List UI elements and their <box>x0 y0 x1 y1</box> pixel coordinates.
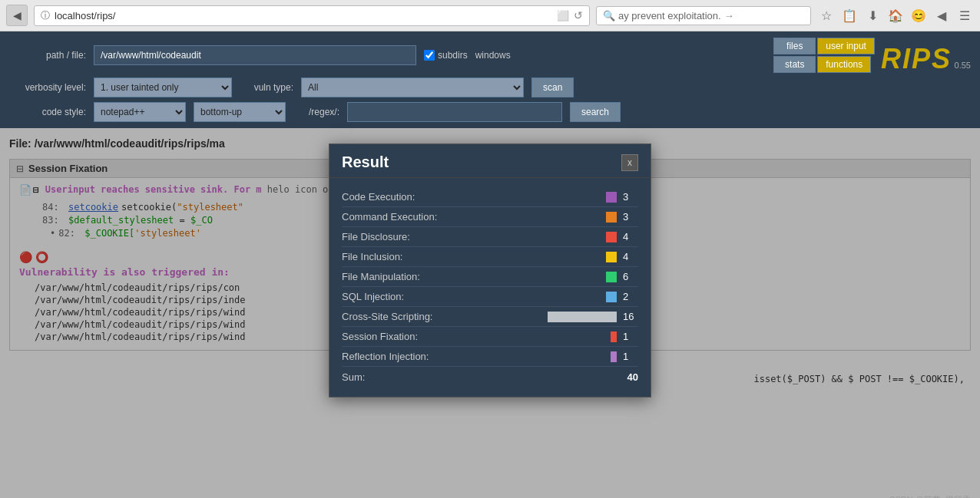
result-modal: Result x Code Execution: 3 Command Execu… <box>329 143 651 397</box>
file-inclusion-bar: 4 <box>606 251 638 262</box>
result-row-xss: Cross-Site Scripting: 16 <box>342 307 638 327</box>
sql-injection-bar: 2 <box>606 291 638 302</box>
reflection-injection-count: 1 <box>623 351 638 362</box>
code-style-label: code style: <box>9 107 86 117</box>
toolbar-row-2: verbosity level: 1. user tainted only 2.… <box>9 78 971 97</box>
command-execution-bar: 3 <box>606 211 638 223</box>
result-row-session-fixation: Session Fixation: 1 <box>342 327 638 347</box>
logo-block: RIPS 0.55 <box>881 45 971 73</box>
file-disclosure-label: File Disclosure: <box>342 231 606 242</box>
modal-overlay: Result x Code Execution: 3 Command Execu… <box>0 128 980 498</box>
browser-chrome: ◀ ⓘ localhost/rips/ ⬜ ↺ 🔍 ay prevent exp… <box>0 0 980 31</box>
file-manipulation-dot <box>606 272 617 282</box>
menu-icon[interactable]: ☰ <box>955 6 974 25</box>
bottom-btn-row: stats functions <box>773 56 875 73</box>
subdirs-label: subdirs <box>438 50 468 61</box>
top-btn-row: files user input <box>773 38 875 54</box>
file-manipulation-label: File Manipulation: <box>342 271 606 282</box>
sql-injection-count: 2 <box>623 291 638 302</box>
file-disclosure-count: 4 <box>623 231 638 242</box>
address-bar: ⓘ localhost/rips/ ⬜ ↺ <box>34 5 590 26</box>
code-execution-dot <box>606 192 617 203</box>
session-fixation-bar: 1 <box>611 331 638 342</box>
result-row-reflection-injection: Reflection Injection: 1 <box>342 347 638 367</box>
file-inclusion-dot <box>606 252 617 262</box>
search-icon: 🔍 <box>603 10 615 21</box>
xss-bar-block <box>548 312 617 322</box>
modal-body: Code Execution: 3 Command Execution: 3 F… <box>329 178 651 397</box>
toolbar-row-1: path / file: subdirs windows files user … <box>9 38 971 73</box>
verbosity-label: verbosity level: <box>9 82 86 93</box>
code-execution-count: 3 <box>623 191 638 203</box>
command-execution-count: 3 <box>623 211 638 223</box>
search-text: ay prevent exploitation. <box>618 10 721 21</box>
code-style-select[interactable]: notepad++ eclipse <box>94 102 186 122</box>
browser-search-bar: 🔍 ay prevent exploitation. → <box>596 6 811 25</box>
session-fixation-dot <box>611 331 617 342</box>
file-disclosure-dot <box>606 232 617 242</box>
reflection-injection-dot <box>611 351 617 362</box>
browser-icons: ☆ 📋 ⬇ 🏠 😊 ◀ ☰ <box>817 6 974 25</box>
modal-close-button[interactable]: x <box>621 154 638 171</box>
reload-icon[interactable]: ↺ <box>574 9 583 21</box>
file-manipulation-bar: 6 <box>606 271 638 282</box>
result-row-file-inclusion: File Inclusion: 4 <box>342 247 638 267</box>
functions-button[interactable]: functions <box>817 56 871 73</box>
file-disclosure-bar: 4 <box>606 231 638 242</box>
result-row-sql-injection: SQL Injection: 2 <box>342 287 638 307</box>
sum-label: Sum: <box>342 371 627 383</box>
files-button[interactable]: files <box>773 38 816 54</box>
info-icon: ⓘ <box>41 9 50 22</box>
path-label: path / file: <box>9 50 86 61</box>
toolbar-row-3: code style: notepad++ eclipse bottom-up … <box>9 102 971 122</box>
emoji-icon[interactable]: 😊 <box>909 6 928 25</box>
star-icon[interactable]: ☆ <box>817 6 836 25</box>
result-row-code-execution: Code Execution: 3 <box>342 187 638 207</box>
sql-injection-label: SQL Injection: <box>342 291 606 302</box>
logo-area: files user input stats functions RIPS 0.… <box>773 38 971 73</box>
tab-icon: ⬜ <box>557 10 569 21</box>
code-execution-bar: 3 <box>606 191 638 203</box>
back-button[interactable]: ◀ <box>6 5 28 26</box>
subdirs-checkbox[interactable] <box>424 50 435 61</box>
xss-bar: 16 <box>548 311 638 322</box>
logo-version: 0.55 <box>955 61 971 70</box>
logo-text: RIPS <box>881 43 952 74</box>
xss-count: 16 <box>623 311 638 322</box>
user-input-button[interactable]: user input <box>817 38 875 54</box>
subdirs-row: subdirs <box>424 50 468 61</box>
order-select[interactable]: bottom-up top-down <box>194 102 286 122</box>
windows-label: windows <box>475 50 511 61</box>
result-row-command-execution: Command Execution: 3 <box>342 207 638 227</box>
url-text: localhost/rips/ <box>55 10 552 21</box>
download-icon[interactable]: ⬇ <box>863 6 882 25</box>
sql-injection-dot <box>606 292 617 302</box>
home-icon[interactable]: 🏠 <box>886 6 905 25</box>
sum-count: 40 <box>627 371 638 383</box>
regex-input[interactable] <box>347 102 562 122</box>
result-row-file-disclosure: File Disclosure: 4 <box>342 227 638 247</box>
search-arrow: → <box>724 10 734 21</box>
command-execution-label: Command Execution: <box>342 211 606 223</box>
code-execution-label: Code Execution: <box>342 191 606 203</box>
vuln-type-select[interactable]: All SQL Injection XSS <box>301 78 524 97</box>
app-container: path / file: subdirs windows files user … <box>0 31 980 128</box>
file-inclusion-label: File Inclusion: <box>342 251 606 262</box>
session-fixation-count: 1 <box>623 331 638 342</box>
search-button[interactable]: search <box>570 102 621 122</box>
toolbar: path / file: subdirs windows files user … <box>0 31 980 128</box>
regex-label: /regex/: <box>293 107 339 117</box>
verbosity-select[interactable]: 1. user tainted only 2. all 3. debug <box>94 78 232 97</box>
command-execution-dot <box>606 212 617 223</box>
file-inclusion-count: 4 <box>623 251 638 262</box>
modal-title: Result <box>342 153 389 171</box>
sum-row: Sum: 40 <box>342 367 638 388</box>
watermark: CSDN @菠萝_橙留香 <box>889 494 971 498</box>
reflection-injection-bar: 1 <box>611 351 638 362</box>
bookmark-icon[interactable]: 📋 <box>840 6 859 25</box>
stats-button[interactable]: stats <box>773 56 816 73</box>
path-input[interactable] <box>94 45 416 65</box>
reflection-injection-label: Reflection Injection: <box>342 351 611 362</box>
pocket-icon[interactable]: ◀ <box>932 6 951 25</box>
scan-button[interactable]: scan <box>531 78 574 97</box>
